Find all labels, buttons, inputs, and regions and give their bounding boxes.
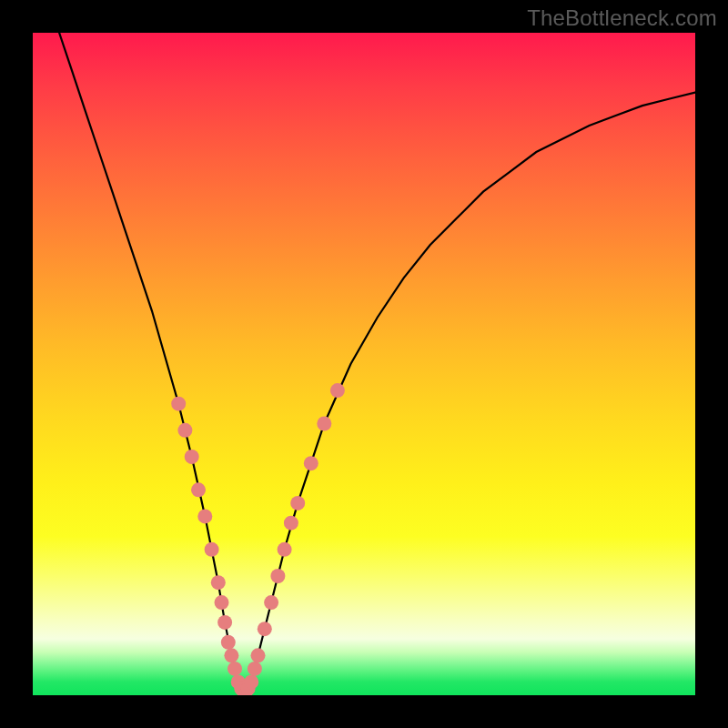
highlight-dot [177, 423, 192, 438]
highlight-dot [330, 383, 345, 398]
highlight-dot [217, 615, 232, 630]
highlight-dot [258, 622, 272, 636]
highlight-dot [248, 662, 262, 676]
highlight-dot [224, 648, 238, 662]
highlight-dot [270, 569, 285, 583]
highlight-dot [264, 595, 278, 610]
highlight-dot [317, 417, 331, 431]
chart-frame: TheBottleneck.com [0, 0, 728, 728]
highlight-dot [284, 516, 298, 531]
highlight-dot [191, 482, 206, 497]
highlight-dot [205, 542, 219, 557]
highlight-dot [228, 662, 242, 676]
highlight-dot [215, 595, 229, 610]
chart-svg [33, 33, 695, 695]
highlight-dot [185, 450, 199, 464]
highlight-dot [244, 674, 258, 689]
branding-watermark: TheBottleneck.com [527, 5, 717, 31]
highlight-dot [221, 635, 236, 650]
highlight-dot [290, 496, 305, 511]
highlight-dot [171, 397, 186, 411]
bottleneck-curve [59, 33, 695, 695]
highlight-dot [251, 648, 266, 662]
highlight-dots-group [171, 383, 345, 695]
highlight-dot [197, 509, 212, 523]
highlight-dot [211, 575, 226, 590]
plot-area [33, 33, 695, 695]
highlight-dot [304, 456, 318, 470]
highlight-dot [278, 542, 292, 557]
